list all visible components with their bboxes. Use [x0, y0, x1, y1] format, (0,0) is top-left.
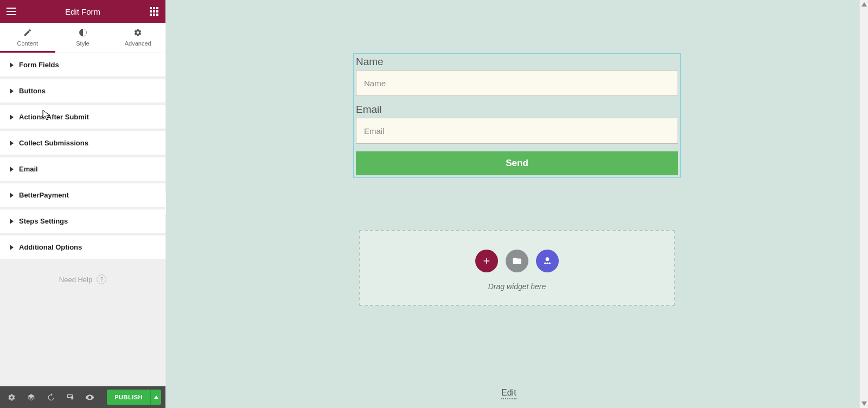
- publish-button[interactable]: PUBLISH: [107, 390, 150, 405]
- accordion-form-fields[interactable]: Form Fields: [0, 53, 165, 77]
- global-widget-button[interactable]: [536, 250, 559, 272]
- add-section-button[interactable]: [475, 250, 498, 272]
- panel-footer: PUBLISH: [0, 386, 165, 408]
- editor-panel: Edit Form Content Style: [0, 0, 166, 408]
- panel-title: Edit Form: [17, 7, 148, 16]
- eye-icon[interactable]: [82, 390, 97, 404]
- dropzone-hint: Drag widget here: [360, 282, 674, 291]
- tab-advanced[interactable]: Advanced: [110, 23, 165, 53]
- svg-rect-6: [150, 14, 152, 16]
- question-circle-icon: ?: [97, 275, 106, 284]
- tab-content[interactable]: Content: [0, 23, 55, 53]
- tab-style[interactable]: Style: [55, 23, 111, 53]
- caret-right-icon: [10, 167, 14, 172]
- accordion-label: Email: [19, 165, 38, 173]
- need-help-label: Need Help: [59, 276, 92, 284]
- accordion-label: Additional Options: [19, 243, 82, 251]
- accordion-label: BetterPayment: [19, 191, 69, 199]
- gear-icon: [133, 28, 142, 38]
- tab-advanced-label: Advanced: [125, 40, 151, 47]
- svg-rect-5: [156, 10, 158, 12]
- accordion-label: Actions After Submit: [19, 113, 89, 121]
- svg-point-15: [549, 263, 551, 264]
- accordion-collect-submissions[interactable]: Collect Submissions: [0, 131, 165, 155]
- settings-gear-icon[interactable]: [4, 390, 18, 404]
- accordion-betterpayment[interactable]: BetterPayment: [0, 183, 165, 207]
- svg-point-11: [89, 397, 91, 398]
- accordion-label: Collect Submissions: [19, 139, 88, 147]
- svg-rect-8: [156, 14, 158, 16]
- panel-header: Edit Form: [0, 0, 165, 23]
- accordion-steps-settings[interactable]: Steps Settings: [0, 209, 165, 233]
- email-input[interactable]: [356, 118, 678, 144]
- accordion-label: Buttons: [19, 87, 46, 95]
- accordion-additional-options[interactable]: Additional Options: [0, 235, 165, 259]
- send-button[interactable]: Send: [356, 151, 678, 175]
- scroll-down-icon[interactable]: [860, 399, 869, 408]
- name-field-label: Name: [356, 56, 678, 68]
- svg-point-13: [544, 263, 546, 264]
- name-input[interactable]: [356, 70, 678, 96]
- responsive-icon[interactable]: [63, 390, 77, 404]
- editor-canvas[interactable]: Name Email Send Drag widget here Edit: [166, 0, 868, 408]
- half-circle-icon: [79, 28, 87, 38]
- tab-style-label: Style: [76, 40, 89, 47]
- accordion-email[interactable]: Email: [0, 157, 165, 181]
- need-help-link[interactable]: Need Help ?: [0, 259, 165, 299]
- accordion-label: Steps Settings: [19, 217, 68, 225]
- history-icon[interactable]: [43, 390, 58, 404]
- email-field-label: Email: [356, 104, 678, 116]
- caret-right-icon: [10, 219, 14, 224]
- caret-right-icon: [10, 141, 14, 146]
- caret-right-icon: [10, 245, 14, 250]
- caret-right-icon: [10, 193, 14, 198]
- add-section-dropzone[interactable]: Drag widget here: [359, 230, 675, 306]
- caret-right-icon: [10, 88, 14, 94]
- hamburger-icon[interactable]: [5, 5, 17, 17]
- canvas-scrollbar[interactable]: [859, 0, 868, 408]
- accordion-buttons[interactable]: Buttons: [0, 79, 165, 103]
- apps-grid-icon[interactable]: [148, 5, 160, 17]
- layers-icon[interactable]: [24, 390, 38, 404]
- form-widget[interactable]: Name Email Send: [353, 53, 681, 178]
- pencil-icon: [23, 28, 32, 38]
- template-library-button[interactable]: [506, 250, 528, 272]
- svg-point-12: [546, 257, 550, 261]
- caret-right-icon: [10, 62, 14, 68]
- accordion-label: Form Fields: [19, 61, 59, 69]
- svg-rect-4: [153, 10, 155, 12]
- svg-rect-10: [71, 396, 73, 399]
- svg-rect-1: [153, 7, 155, 9]
- panel-tabs: Content Style Advanced: [0, 23, 165, 53]
- svg-rect-0: [150, 7, 152, 9]
- scroll-up-icon[interactable]: [860, 0, 869, 9]
- svg-point-14: [546, 263, 548, 264]
- svg-rect-2: [156, 7, 158, 9]
- panel-body: Form Fields Buttons Actions After Submit…: [0, 53, 165, 386]
- accordion-actions-after-submit[interactable]: Actions After Submit: [0, 105, 165, 129]
- publish-options-button[interactable]: [150, 390, 161, 405]
- svg-rect-7: [153, 14, 155, 16]
- edit-link[interactable]: Edit: [501, 388, 516, 399]
- caret-right-icon: [10, 114, 14, 120]
- svg-rect-3: [150, 10, 152, 12]
- tab-content-label: Content: [17, 40, 39, 47]
